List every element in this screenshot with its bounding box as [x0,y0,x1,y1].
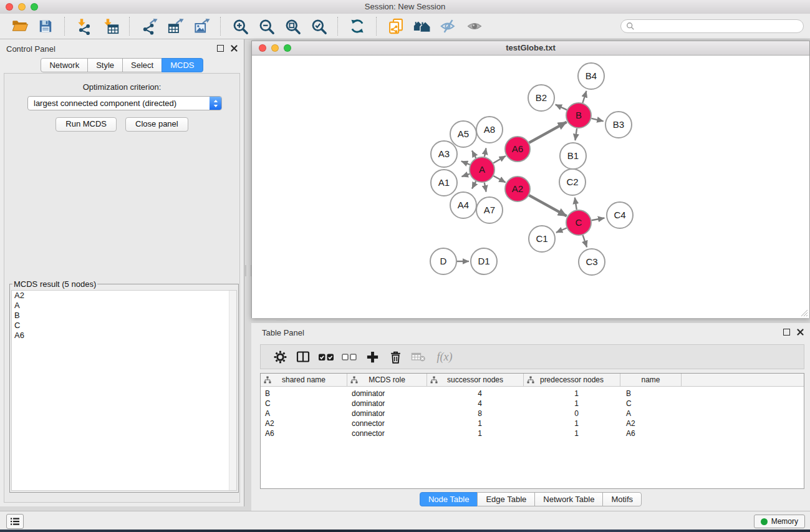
graph-node-A1[interactable]: A1 [431,170,457,196]
table-row[interactable]: Adominator80A [261,409,804,418]
column-header-shared-name[interactable]: shared name [261,374,347,386]
graph-node-B2[interactable]: B2 [528,85,554,111]
select-all-checkboxes-icon[interactable] [316,347,337,366]
graph-node-A4[interactable]: A4 [450,192,476,218]
float-panel-icon[interactable] [217,45,224,52]
function-builder-button[interactable]: f(x) [431,347,458,366]
mcds-result-item[interactable]: A2 [12,291,236,301]
zoom-in-icon[interactable] [231,17,249,36]
graph-edge-A6-B[interactable] [529,122,566,143]
scrollbar-track[interactable] [229,291,236,490]
search-input[interactable] [638,21,803,31]
table-row[interactable]: Bdominator41B [261,389,804,399]
tab-network-table[interactable]: Network Table [534,492,603,506]
save-session-icon[interactable] [36,17,55,36]
graph-node-D1[interactable]: D1 [471,248,497,274]
close-table-panel-icon[interactable] [797,329,804,336]
run-mcds-button[interactable]: Run MCDS [55,117,117,132]
deselect-all-checkboxes-icon[interactable] [339,347,360,366]
graph-edge-A-A7[interactable] [485,183,486,192]
table-row[interactable]: A6connector11A6 [261,428,804,438]
float-table-panel-icon[interactable] [783,329,790,336]
graph-node-B3[interactable]: B3 [605,112,632,138]
graph-edge-A-A3[interactable] [461,161,470,165]
graph-edge-A-A4[interactable] [472,181,476,189]
table-settings-gear-icon[interactable] [269,347,291,366]
graph-node-A2[interactable]: A2 [505,177,530,201]
graph-node-D[interactable]: D [430,248,456,274]
graph-edge-A2-C[interactable] [529,195,566,216]
graph-node-A[interactable]: A [470,157,494,182]
refresh-view-icon[interactable] [348,17,367,36]
graph-edge-B-B3[interactable] [591,118,603,122]
column-header-name[interactable]: name [620,374,682,386]
zoom-selected-icon[interactable] [309,17,328,36]
graph-node-B4[interactable]: B4 [578,63,604,89]
export-table-icon[interactable] [166,17,185,36]
hide-selected-eye-slash-icon[interactable] [439,17,458,36]
column-header-predecessor-nodes[interactable]: predecessor nodes [524,374,620,386]
graph-edge-B-B1[interactable] [575,128,577,140]
task-history-list-button[interactable] [6,514,24,529]
optimization-criterion-select[interactable]: largest connected component (directed) [27,96,222,110]
graph-node-C2[interactable]: C2 [559,169,586,195]
tab-select[interactable]: Select [122,58,162,72]
search-field[interactable] [620,19,804,33]
graph-edge-A-A6[interactable] [493,156,506,163]
export-network-icon[interactable] [140,17,158,36]
split-table-icon[interactable] [292,347,314,366]
tab-node-table[interactable]: Node Table [420,492,478,506]
graph-node-A7[interactable]: A7 [476,197,503,223]
mcds-result-item[interactable]: B [12,311,236,321]
column-header-MCDS-role[interactable]: MCDS role [347,374,427,386]
graph-node-C4[interactable]: C4 [607,202,633,228]
graph-node-A5[interactable]: A5 [450,121,476,147]
mcds-result-item[interactable]: C [12,321,236,331]
export-image-icon[interactable] [192,17,211,36]
graph-edge-C-C4[interactable] [592,218,605,221]
graph-edge-B-B4[interactable] [582,91,586,103]
add-column-plus-icon[interactable] [362,347,383,366]
graph-node-C[interactable]: C [566,210,591,235]
graph-edge-A-A8[interactable] [485,148,486,157]
graph-edge-C-C2[interactable] [575,198,577,210]
graph-node-B[interactable]: B [566,103,591,128]
graph-node-B1[interactable]: B1 [560,143,586,169]
delete-table-icon[interactable] [408,347,429,366]
table-row[interactable]: Cdominator41C [261,399,804,409]
close-panel-icon[interactable] [231,45,238,52]
show-all-eye-icon[interactable] [465,17,484,36]
graph-node-C1[interactable]: C1 [529,226,555,252]
graph-node-A3[interactable]: A3 [431,141,457,167]
mcds-result-item[interactable]: A6 [12,331,236,341]
tab-style[interactable]: Style [87,58,123,72]
graph-node-C3[interactable]: C3 [579,249,605,275]
tab-edge-table[interactable]: Edge Table [477,492,535,506]
tab-mcds[interactable]: MCDS [162,58,203,72]
window-resize-grip[interactable] [799,308,808,317]
table-row[interactable]: A2connector11A2 [261,418,804,428]
tab-network[interactable]: Network [41,58,88,72]
close-panel-button[interactable]: Close panel [125,117,188,132]
graph-edge-A-A2[interactable] [493,176,505,183]
open-file-icon[interactable] [10,17,29,36]
graph-node-A8[interactable]: A8 [476,117,503,143]
tab-motifs[interactable]: Motifs [602,492,642,506]
graph-node-A6[interactable]: A6 [505,137,530,162]
graph-edge-A-A5[interactable] [472,151,476,158]
graph-edge-A-A1[interactable] [461,174,470,177]
column-header-successor-nodes[interactable]: successor nodes [427,374,524,386]
zoom-fit-icon[interactable] [283,17,302,36]
graph-edge-C-C3[interactable] [583,235,587,247]
network-canvas[interactable]: AA1A2A3A4A5A6A7A8BB1B2B3B4CC1C2C3C4DD1 [252,56,809,318]
mcds-result-item[interactable]: A [12,301,236,311]
zoom-out-icon[interactable] [257,17,276,36]
duplicate-network-icon[interactable] [387,17,405,36]
delete-columns-trash-icon[interactable] [385,347,406,366]
fit-content-home-icon[interactable] [413,17,432,36]
graph-edge-C-C1[interactable] [556,228,567,233]
import-table-icon[interactable] [101,17,120,36]
import-network-icon[interactable] [75,17,94,36]
memory-button[interactable]: Memory [754,515,805,528]
graph-edge-B-B2[interactable] [556,105,567,110]
